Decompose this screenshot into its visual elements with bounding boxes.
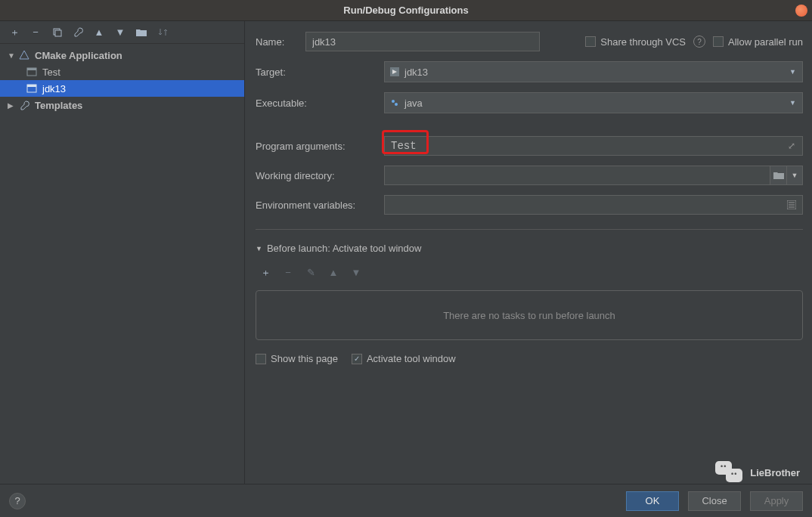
working-dir-input[interactable] (384, 166, 770, 185)
down-icon[interactable]: ▼ (351, 267, 361, 277)
share-vcs-label: Share through VCS (600, 36, 686, 48)
help-icon[interactable]: ? (693, 36, 705, 48)
chevron-down-icon: ▼ (789, 99, 796, 107)
name-label: Name: (256, 36, 298, 48)
before-launch-header[interactable]: ▼ Before launch: Activate tool window (256, 243, 803, 254)
before-launch-label: Before launch: Activate tool window (267, 243, 422, 254)
up-icon[interactable]: ▲ (328, 267, 339, 277)
tree-group-cmake[interactable]: ▼ CMake Application (0, 47, 244, 63)
sort-icon[interactable] (157, 27, 168, 38)
remove-icon[interactable]: − (283, 267, 293, 277)
executable-label: Executable: (256, 98, 384, 109)
browse-folder-button[interactable] (770, 166, 786, 185)
checkbox-icon (585, 36, 596, 47)
bl-options-row: Show this page ✓ Activate tool window (256, 353, 803, 364)
sidebar-toolbar: ＋ − ▲ ▼ (0, 21, 244, 44)
env-input[interactable] (384, 195, 803, 215)
target-row: Target: jdk13 ▼ (256, 61, 803, 82)
executable-icon (389, 98, 400, 108)
ok-button[interactable]: OK (626, 491, 679, 511)
svg-point-9 (392, 100, 395, 103)
add-icon[interactable]: ＋ (260, 267, 271, 277)
edit-icon[interactable]: ✎ (305, 267, 316, 277)
before-launch-toolbar: ＋ − ✎ ▲ ▼ (256, 264, 803, 280)
wrench-icon (18, 101, 30, 110)
executable-value: java (404, 98, 423, 109)
working-dir-label: Working directory: (256, 170, 384, 181)
close-icon[interactable] (795, 5, 807, 17)
share-vcs-checkbox[interactable]: Share through VCS (585, 36, 686, 48)
folder-icon[interactable] (136, 27, 147, 38)
show-this-page-checkbox[interactable]: Show this page (256, 353, 338, 364)
config-icon (26, 83, 38, 94)
tree-item-label: jdk13 (42, 83, 66, 94)
target-label: Target: (256, 67, 384, 78)
executable-row: Executable: java ▼ (256, 92, 803, 113)
svg-point-10 (395, 103, 398, 106)
svg-marker-2 (20, 51, 29, 59)
tree-templates-label: Templates (35, 100, 82, 111)
activate-tool-window-label: Activate tool window (367, 353, 456, 364)
cmake-icon (18, 50, 30, 60)
title-bar: Run/Debug Configurations (0, 0, 812, 21)
tree-group-label: CMake Application (35, 50, 122, 61)
expand-icon[interactable]: ⤢ (785, 139, 798, 153)
tree-item-test[interactable]: Test (0, 63, 244, 80)
activate-tool-window-checkbox[interactable]: ✓ Activate tool window (352, 353, 456, 364)
program-args-label: Program arguments: (256, 141, 384, 152)
program-args-input[interactable] (384, 136, 803, 156)
tree-templates[interactable]: ▶ Templates (0, 97, 244, 113)
footer: ? OK Close Apply (0, 484, 812, 517)
show-this-page-label: Show this page (271, 353, 338, 364)
target-dropdown[interactable]: jdk13 ▼ (384, 61, 803, 82)
tree-item-jdk13[interactable]: jdk13 (0, 80, 244, 97)
program-args-row: Program arguments: ⤢ (256, 136, 803, 156)
down-icon[interactable]: ▼ (115, 27, 126, 38)
add-icon[interactable]: ＋ (9, 27, 20, 38)
chevron-down-icon: ▼ (256, 245, 262, 252)
name-row: Name: Share through VCS ? Allow parallel… (256, 32, 803, 51)
checkbox-icon (256, 354, 266, 364)
chevron-down-icon: ▼ (8, 51, 15, 60)
before-launch-empty: There are no tasks to run before launch (443, 310, 615, 321)
chevron-down-icon: ▼ (789, 68, 796, 76)
up-icon[interactable]: ▲ (94, 27, 104, 38)
sidebar: ＋ − ▲ ▼ ▼ CMake Application (0, 21, 245, 484)
window-title: Run/Debug Configurations (343, 5, 468, 16)
working-dir-row: Working directory: ▼ (256, 166, 803, 185)
env-label: Environment variables: (256, 200, 384, 211)
apply-button[interactable]: Apply (750, 491, 803, 511)
target-value: jdk13 (404, 67, 428, 78)
name-input[interactable] (305, 32, 540, 51)
allow-parallel-label: Allow parallel run (728, 36, 803, 48)
chevron-right-icon: ▶ (8, 101, 15, 110)
env-row: Environment variables: (256, 195, 803, 215)
working-dir-dropdown[interactable]: ▼ (786, 166, 803, 185)
checkbox-checked-icon: ✓ (352, 354, 362, 364)
separator (256, 229, 803, 230)
form-panel: Name: Share through VCS ? Allow parallel… (245, 21, 812, 484)
checkbox-icon (713, 36, 724, 47)
copy-icon[interactable] (51, 27, 62, 38)
svg-rect-1 (55, 30, 61, 36)
wrench-icon[interactable] (73, 27, 83, 38)
remove-icon[interactable]: − (30, 27, 41, 38)
before-launch-panel: There are no tasks to run before launch (256, 290, 803, 340)
tree-item-label: Test (42, 67, 60, 78)
config-tree: ▼ CMake Application Test jdk13 ▶ (0, 44, 244, 484)
help-button[interactable]: ? (9, 493, 26, 509)
svg-rect-4 (27, 68, 36, 70)
config-icon (26, 67, 38, 77)
executable-dropdown[interactable]: java ▼ (384, 92, 803, 113)
app-icon (389, 67, 400, 76)
list-icon[interactable] (785, 198, 798, 212)
close-button[interactable]: Close (688, 491, 741, 511)
allow-parallel-checkbox[interactable]: Allow parallel run (713, 36, 803, 48)
svg-rect-6 (27, 85, 36, 87)
content-area: ＋ − ▲ ▼ ▼ CMake Application (0, 21, 812, 484)
